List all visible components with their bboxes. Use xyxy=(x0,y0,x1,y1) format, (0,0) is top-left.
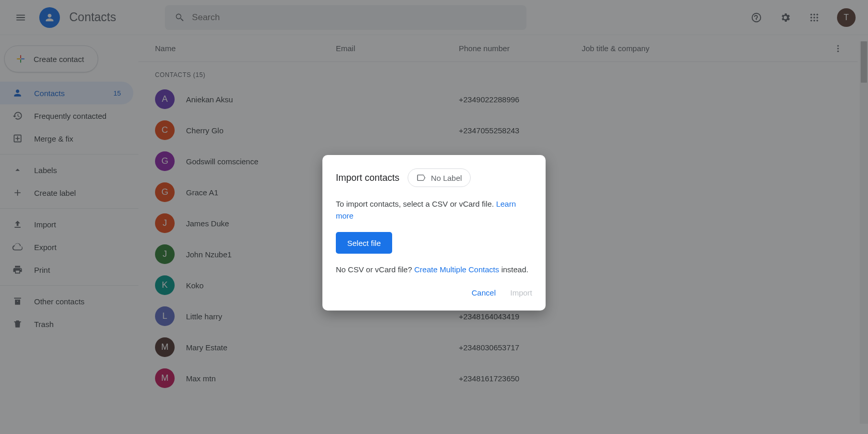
dialog-title: Import contacts xyxy=(336,173,399,183)
import-dialog: Import contacts No Label To import conta… xyxy=(322,155,546,311)
import-button[interactable]: Import xyxy=(510,288,532,297)
no-file-text: No CSV or vCard file? xyxy=(336,265,414,274)
label-chip[interactable]: No Label xyxy=(408,168,471,187)
instead-text: instead. xyxy=(499,265,529,274)
create-multiple-link[interactable]: Create Multiple Contacts xyxy=(414,265,499,274)
select-file-button[interactable]: Select file xyxy=(336,232,392,254)
cancel-button[interactable]: Cancel xyxy=(472,288,496,297)
label-chip-text: No Label xyxy=(431,174,462,182)
label-icon xyxy=(416,173,426,182)
dialog-body-text: To import contacts, select a CSV or vCar… xyxy=(336,199,496,208)
modal-overlay: Import contacts No Label To import conta… xyxy=(0,0,868,434)
